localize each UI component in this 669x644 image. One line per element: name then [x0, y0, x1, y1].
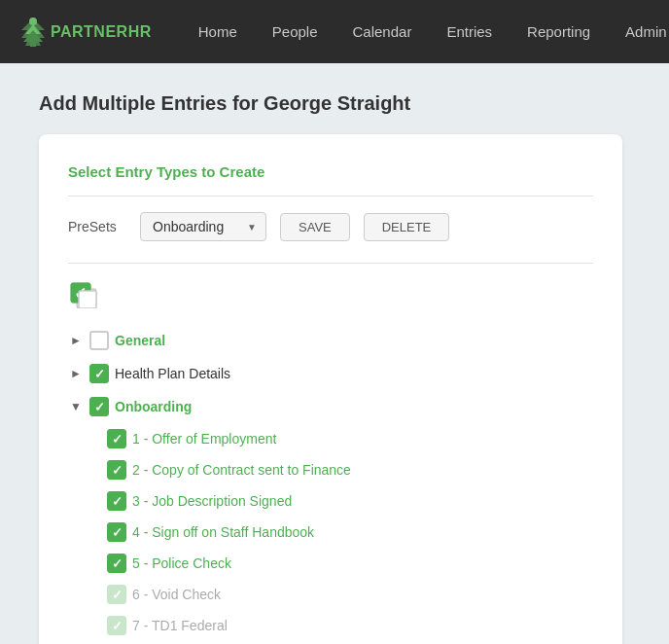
svg-rect-9	[79, 291, 96, 308]
label-item3: 3 - Job Description Signed	[132, 493, 292, 509]
card: Select Entry Types to Create PreSets Onb…	[39, 134, 622, 644]
label-health-plan: Health Plan Details	[115, 366, 230, 381]
save-button[interactable]: SAVE	[280, 213, 350, 241]
checkbox-general[interactable]	[89, 331, 109, 350]
nav-people[interactable]: People	[255, 2, 335, 61]
label-onboarding: Onboarding	[115, 399, 192, 414]
logo[interactable]: PARTNERHR	[19, 17, 152, 48]
tree-group-health-plan: ► Health Plan Details	[68, 357, 593, 390]
svg-rect-4	[30, 42, 36, 47]
label-item2: 2 - Copy of Contract sent to Finance	[132, 462, 351, 478]
navigation: PARTNERHR Home People Calendar Entries R…	[0, 0, 669, 63]
presets-row: PreSets Onboarding SAVE DELETE	[68, 212, 593, 241]
expand-general-toggle[interactable]: ►	[68, 333, 84, 348]
tree-item-6: 6 - Void Check	[107, 579, 593, 610]
svg-point-1	[29, 18, 37, 25]
tree-group-general: ► General	[68, 324, 593, 357]
divider-1	[68, 196, 593, 197]
checkbox-item3[interactable]	[107, 491, 126, 511]
preset-select-wrapper[interactable]: Onboarding	[140, 212, 266, 241]
label-item7: 7 - TD1 Federal	[132, 618, 228, 633]
divider-2	[68, 263, 593, 264]
nav-entries[interactable]: Entries	[429, 2, 510, 61]
nav-links: Home People Calendar Entries Reporting A…	[181, 2, 669, 61]
icons-row: ✓	[68, 279, 593, 310]
nav-reporting[interactable]: Reporting	[510, 2, 608, 61]
tree-item-2: 2 - Copy of Contract sent to Finance	[107, 454, 593, 485]
tree-item-1: 1 - Offer of Employment	[107, 423, 593, 454]
checkbox-health-plan[interactable]	[89, 364, 109, 383]
checkbox-item6[interactable]	[107, 585, 126, 604]
label-item5: 5 - Police Check	[132, 555, 231, 571]
checkbox-item2[interactable]	[107, 460, 126, 480]
nav-home[interactable]: Home	[181, 2, 255, 61]
tree: ► General ► Health Plan Details ▼ Onboar…	[68, 324, 593, 641]
checkbox-onboarding[interactable]	[89, 397, 109, 416]
page-title: Add Multiple Entries for George Straight	[39, 92, 630, 115]
tree-item-4: 4 - Sign off on Staff Handbook	[107, 517, 593, 548]
tree-item-5: 5 - Police Check	[107, 548, 593, 579]
tree-item-3: 3 - Job Description Signed	[107, 485, 593, 517]
expand-onboarding-toggle[interactable]: ▼	[68, 399, 84, 414]
nav-calendar[interactable]: Calendar	[335, 2, 430, 61]
onboarding-subtree: 1 - Offer of Employment 2 - Copy of Cont…	[68, 423, 593, 641]
checkbox-item1[interactable]	[107, 429, 126, 448]
delete-button[interactable]: DELETE	[364, 213, 450, 241]
tree-item-7: 7 - TD1 Federal	[107, 610, 593, 641]
label-general: General	[115, 333, 165, 348]
logo-text: PARTNERHR	[51, 23, 152, 41]
main-content: Add Multiple Entries for George Straight…	[0, 63, 669, 644]
presets-label: PreSets	[68, 219, 126, 234]
checkbox-item5[interactable]	[107, 554, 126, 573]
label-item6: 6 - Void Check	[132, 587, 221, 602]
checkbox-item7[interactable]	[107, 616, 126, 635]
checkbox-item4[interactable]	[107, 522, 126, 542]
expand-health-plan-toggle[interactable]: ►	[68, 366, 84, 381]
check-all-icon[interactable]: ✓	[68, 279, 99, 310]
nav-admin[interactable]: Admin ▾	[608, 2, 669, 61]
section-title: Select Entry Types to Create	[68, 163, 593, 180]
preset-select[interactable]: Onboarding	[140, 212, 266, 241]
label-item1: 1 - Offer of Employment	[132, 431, 276, 447]
tree-group-onboarding: ▼ Onboarding 1 - Offer of Employment 2 -…	[68, 390, 593, 641]
label-item4: 4 - Sign off on Staff Handbook	[132, 524, 314, 540]
